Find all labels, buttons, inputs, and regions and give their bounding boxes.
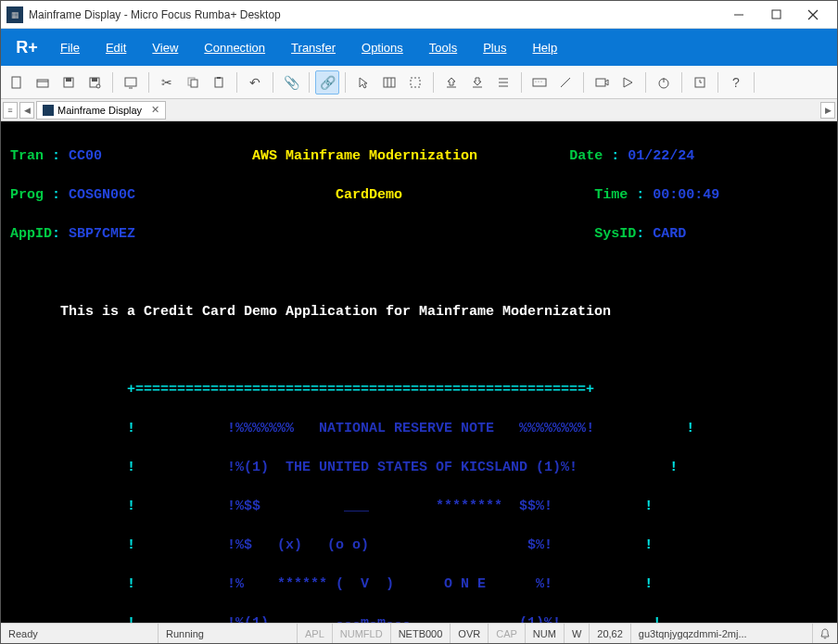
status-ready: Ready — [1, 624, 159, 643]
maximize-button[interactable] — [757, 2, 794, 28]
save-icon[interactable] — [57, 70, 81, 95]
app-icon: ▦ — [6, 6, 23, 23]
keyboard-icon[interactable] — [527, 70, 552, 95]
description: This is a Credit Card Demo Application f… — [60, 302, 611, 322]
menu-plus[interactable]: Plus — [470, 41, 519, 55]
menu-view[interactable]: View — [139, 41, 191, 55]
svg-point-30 — [541, 81, 542, 82]
svg-rect-21 — [411, 78, 420, 87]
select-icon[interactable] — [403, 70, 427, 95]
close-button[interactable] — [794, 2, 832, 28]
camera-icon[interactable] — [590, 70, 614, 95]
menu-tools[interactable]: Tools — [416, 41, 470, 55]
sysid-label: SysID — [594, 224, 636, 244]
svg-rect-12 — [125, 78, 136, 86]
tab-prev[interactable]: ◀ — [19, 102, 34, 119]
status-user: gu3tqnjygqzdmmi-2mj... — [631, 624, 813, 643]
app-title: AWS Mainframe Modernization — [252, 146, 477, 166]
menu-options[interactable]: Options — [349, 41, 416, 55]
minimize-button[interactable] — [720, 2, 757, 28]
menu-transfer[interactable]: Transfer — [278, 41, 349, 55]
eyedropper-icon[interactable] — [553, 70, 578, 95]
window-title: Mainframe Display - Micro Focus Rumba+ D… — [29, 8, 720, 21]
attach-icon[interactable]: 📎 — [279, 70, 303, 95]
prog-label: Prog — [10, 185, 52, 205]
cursor-icon[interactable] — [351, 70, 375, 95]
prog-value: COSGN00C — [69, 185, 135, 205]
status-running: Running — [159, 624, 298, 643]
help-icon[interactable]: ? — [724, 70, 748, 95]
bell-icon[interactable] — [813, 624, 837, 643]
play-icon[interactable] — [616, 70, 640, 95]
saveas-icon[interactable] — [83, 70, 107, 95]
svg-point-11 — [96, 84, 100, 88]
clock-icon[interactable] — [688, 70, 712, 95]
undo-icon[interactable]: ↶ — [243, 70, 267, 95]
tab-icon — [43, 105, 54, 116]
time-value: 00:00:49 — [653, 185, 719, 205]
tran-label: Tran — [10, 146, 52, 166]
tab-label: Mainframe Display — [57, 105, 142, 116]
status-bar: Ready Running APL NUMFLD NETB000 OVR CAP… — [1, 623, 837, 643]
sysid-value: CARD — [653, 224, 686, 244]
svg-point-29 — [539, 81, 540, 82]
svg-rect-1 — [772, 10, 781, 19]
svg-rect-27 — [533, 79, 546, 86]
time-label: Time — [594, 185, 636, 205]
copy-icon[interactable] — [181, 70, 205, 95]
svg-rect-16 — [215, 78, 222, 87]
svg-rect-8 — [66, 78, 71, 82]
status-netb: NETB000 — [391, 624, 451, 643]
menu-edit[interactable]: Edit — [93, 41, 139, 55]
date-value: 01/22/24 — [628, 146, 694, 166]
status-cursor-pos: 20,62 — [590, 624, 631, 643]
new-icon[interactable] — [5, 70, 29, 95]
menu-help[interactable]: Help — [519, 41, 570, 55]
svg-rect-15 — [191, 80, 197, 87]
terminal-screen[interactable]: Tran : CC00 AWS Mainframe Modernization … — [1, 121, 837, 623]
status-ovr: OVR — [451, 624, 489, 643]
svg-rect-31 — [596, 79, 605, 86]
upload-icon[interactable] — [439, 70, 463, 95]
power-icon[interactable] — [652, 70, 676, 95]
appid-label: AppID — [10, 224, 52, 244]
tab-close-icon[interactable]: ✕ — [151, 104, 159, 116]
menu-connection[interactable]: Connection — [191, 41, 278, 55]
status-numfld: NUMFLD — [333, 624, 391, 643]
svg-point-28 — [536, 81, 537, 82]
status-num: NUM — [526, 624, 565, 643]
screen-icon[interactable] — [119, 70, 143, 95]
app-logo: R+ — [6, 38, 47, 57]
tab-next[interactable]: ▶ — [820, 102, 835, 119]
svg-rect-17 — [217, 77, 221, 79]
svg-rect-4 — [12, 77, 20, 88]
download-icon[interactable] — [465, 70, 489, 95]
appid-value: SBP7CMEZ — [69, 224, 135, 244]
open-icon[interactable] — [31, 70, 55, 95]
link-icon[interactable]: 🔗 — [315, 70, 339, 95]
paste-icon[interactable] — [207, 70, 231, 95]
status-cap: CAP — [489, 624, 526, 643]
menu-file[interactable]: File — [47, 41, 93, 55]
grid-icon[interactable] — [377, 70, 401, 95]
svg-rect-10 — [92, 78, 97, 82]
status-w: W — [565, 624, 590, 643]
sync-icon[interactable] — [491, 70, 515, 95]
svg-rect-5 — [37, 80, 48, 87]
app-subtitle: CardDemo — [336, 185, 402, 205]
tran-value: CC00 — [69, 146, 102, 166]
tab-mainframe-display[interactable]: Mainframe Display ✕ — [36, 101, 166, 120]
tab-scroll-left[interactable]: ≡ — [3, 102, 18, 119]
ascii-art: +=======================================… — [127, 380, 594, 399]
toolbar: ✂ ↶ 📎 🔗 ? — [1, 66, 837, 99]
date-label: Date — [569, 146, 611, 166]
status-apl: APL — [298, 624, 333, 643]
cut-icon[interactable]: ✂ — [155, 70, 179, 95]
svg-rect-18 — [384, 78, 395, 87]
